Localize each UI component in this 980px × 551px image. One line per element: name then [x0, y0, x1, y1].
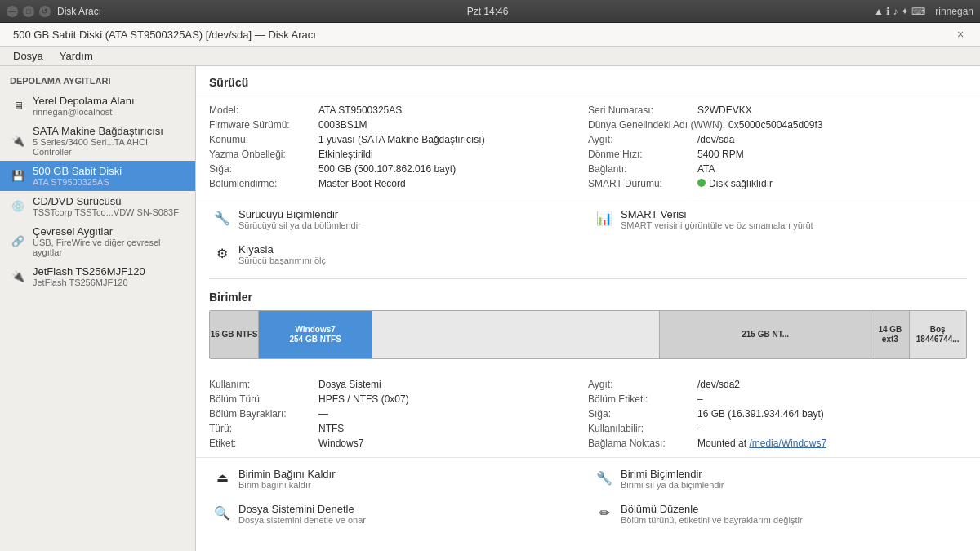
sidebar-icon-sata-disk: 💾 — [10, 168, 26, 184]
driver-right-value-1: 0x5000c5004a5d09f3 — [728, 119, 822, 131]
driver-action-title-smart-data: SMART Verisi — [621, 208, 813, 220]
partition-action-desc-unmount: Birim bağını kaldır — [238, 480, 336, 490]
titlebar: — □ ↺ Disk Aracı Pzt 14:46 ▲ ℹ ♪ ✦ ⌨ rin… — [0, 0, 980, 23]
menu-dosya[interactable]: Dosya — [7, 48, 50, 64]
driver-action-title-benchmark: Kıyasla — [238, 243, 326, 256]
sys-icons: ▲ ℹ ♪ ✦ ⌨ — [874, 6, 925, 17]
part-right-label-1: Bölüm Etiketi: — [588, 393, 694, 405]
partition-action-edit-partition[interactable]: ✏Bölümü DüzenleBölüm türünü, etiketini v… — [591, 500, 967, 528]
window-controls: — □ ↺ — [7, 6, 51, 17]
partition-segment-p4[interactable]: 215 GB NT... — [660, 311, 871, 358]
part-right-row-1: Bölüm Etiketi:– — [588, 393, 967, 405]
partition-action-check-filesystem[interactable]: 🔍Dosya Sistemini DenetleDosya sistemini … — [209, 500, 585, 528]
driver-right-label-3: Dönme Hızı: — [588, 149, 694, 160]
part-left-row-2: Bölüm Bayrakları:— — [209, 408, 588, 420]
titlebar-right: ▲ ℹ ♪ ✦ ⌨ rinnegan — [874, 6, 973, 17]
sidebar-label-local-storage: Yerel Depolama Alanı — [33, 95, 135, 107]
partition-action-title-check-filesystem: Dosya Sistemini Denetle — [238, 503, 366, 515]
part-left-label-4: Etiket: — [209, 438, 315, 449]
driver-left-label-5: Bölümlendirme: — [209, 178, 315, 189]
sidebar-label-sata-machine: SATA Makine Bağdaştırıcısı — [33, 125, 185, 137]
driver-right-value-3: 5400 RPM — [697, 149, 744, 160]
main-container: Depolama Aygıtları 🖥Yerel Depolama Alanı… — [0, 66, 980, 551]
driver-action-format-driver[interactable]: 🔧Sürücüyü BiçimlendirSürücüyü sil ya da … — [209, 205, 585, 233]
sidebar-label-cdrom: CD/DVD Sürücüsü — [33, 195, 179, 207]
driver-left-value-5: Master Boot Record — [318, 178, 406, 189]
window-title: 500 GB Sabit Diski (ATA ST9500325AS) [/d… — [13, 29, 316, 41]
part-right-value-4[interactable]: Mounted at /media/Windows7 — [697, 438, 826, 449]
window-close-btn[interactable]: × — [954, 28, 967, 41]
driver-right-row-3: Dönme Hızı:5400 RPM — [588, 149, 967, 160]
sidebar-label-periph: Çevresel Aygıtlar — [33, 225, 185, 238]
driver-right-value-5: Disk sağlıklıdır — [697, 178, 773, 189]
sidebar-sub-sata-disk: ATA ST9500325AS — [33, 177, 122, 187]
sidebar-item-sata-machine[interactable]: 🔌SATA Makine Bağdaştırıcısı5 Series/3400… — [0, 121, 195, 161]
driver-right-row-2: Aygıt:/dev/sda — [588, 134, 967, 145]
driver-right-label-4: Bağlantı: — [588, 163, 694, 175]
partition-segment-p5[interactable]: 14 GB ext3 — [871, 311, 909, 358]
partition-segment-p2[interactable]: Windows7 254 GB NTFS — [259, 311, 372, 358]
mount-point-link[interactable]: /media/Windows7 — [749, 438, 826, 449]
sidebar-sub-cdrom: TSSTcorp TSSTco...VDW SN-S083F — [33, 207, 179, 217]
driver-action-benchmark[interactable]: ⚙KıyaslaSürücü başarımını ölç — [209, 240, 585, 269]
sidebar-item-periph[interactable]: 🔗Çevresel AygıtlarUSB, FireWire ve diğer… — [0, 221, 195, 261]
window-maximize-btn[interactable]: □ — [23, 6, 34, 17]
partition-right-col: Aygıt:/dev/sda2Bölüm Etiketi:–Sığa:16 GB… — [588, 379, 967, 449]
partition-action-title-edit-partition: Bölümü Düzenle — [621, 503, 803, 515]
part-left-label-2: Bölüm Bayrakları: — [209, 408, 315, 420]
driver-action-icon-format-driver: 🔧 — [212, 208, 232, 228]
partition-action-unmount[interactable]: ⏏Birimin Bağını KaldırBirim bağını kaldı… — [209, 464, 585, 493]
window-refresh-btn[interactable]: ↺ — [39, 6, 51, 17]
partition-segment-p3[interactable] — [372, 311, 660, 358]
sidebar-icon-sata-machine: 🔌 — [10, 133, 26, 149]
driver-left-label-2: Konumu: — [209, 134, 315, 145]
driver-left-label-3: Yazma Önbelleği: — [209, 149, 315, 160]
part-right-label-3: Kullanılabilir: — [588, 423, 694, 434]
smart-status-dot — [697, 179, 706, 187]
sidebar-item-jetflash[interactable]: 🔌JetFlash TS256MJF120JetFlash TS256MJF12… — [0, 261, 195, 291]
sidebar-item-cdrom[interactable]: 💿CD/DVD SürücüsüTSSTcorp TSSTco...VDW SN… — [0, 191, 195, 221]
driver-right-row-0: Seri Numarası:S2WDEVKX — [588, 104, 967, 116]
driver-action-smart-data[interactable]: 📊SMART VerisiSMART verisini görüntüle ve… — [591, 205, 967, 233]
driver-action-icon-smart-data: 📊 — [595, 208, 614, 228]
part-left-row-0: Kullanım:Dosya Sistemi — [209, 379, 588, 390]
menu-yardim[interactable]: Yardım — [53, 48, 100, 64]
app-name: Disk Aracı — [57, 6, 101, 17]
part-left-row-1: Bölüm Türü:HPFS / NTFS (0x07) — [209, 393, 588, 405]
partition-action-icon-edit-partition: ✏ — [595, 503, 614, 522]
sidebar-item-sata-disk[interactable]: 💾500 GB Sabit DiskiATA ST9500325AS — [0, 161, 195, 191]
driver-left-label-0: Model: — [209, 104, 315, 116]
driver-left-row-5: Bölümlendirme:Master Boot Record — [209, 178, 588, 189]
driver-right-value-4: ATA — [697, 163, 715, 175]
driver-right-row-5: SMART Durumu:Disk sağlıklıdır — [588, 178, 967, 189]
sidebar-label-sata-disk: 500 GB Sabit Diski — [33, 165, 122, 177]
partition-segment-p6[interactable]: Boş 18446744... — [910, 311, 966, 358]
titlebar-left: — □ ↺ Disk Aracı — [7, 6, 101, 17]
driver-left-label-4: Sığa: — [209, 163, 315, 175]
driver-right-value-0: S2WDEVKX — [697, 104, 752, 116]
partition-action-format-partition[interactable]: 🔧Birimi BiçimlendirBirimi sil ya da biçi… — [591, 464, 967, 493]
partition-label-p4: 215 GB NT... — [742, 330, 789, 340]
driver-right-row-4: Bağlantı:ATA — [588, 163, 967, 175]
sidebar-sub-periph: USB, FireWire ve diğer çevresel aygıtlar — [33, 238, 185, 257]
part-right-label-0: Aygıt: — [588, 379, 694, 390]
part-right-label-4: Bağlama Noktası: — [588, 438, 694, 449]
part-right-value-1: – — [697, 393, 703, 405]
driver-action-icon-benchmark: ⚙ — [212, 243, 232, 263]
driver-action-desc-format-driver: Sürücüyü sil ya da bölümlendir — [238, 220, 361, 230]
part-right-row-0: Aygıt:/dev/sda2 — [588, 379, 967, 390]
driver-right-label-0: Seri Numarası: — [588, 104, 694, 116]
partition-action-icon-unmount: ⏏ — [212, 468, 232, 487]
part-left-row-3: Türü:NTFS — [209, 423, 588, 434]
partition-segment-p1[interactable]: 16 GB NTFS — [210, 311, 259, 358]
driver-left-row-3: Yazma Önbelleği:Etkinleştirildi — [209, 149, 588, 160]
sidebar-item-local-storage[interactable]: 🖥Yerel Depolama Alanırinnegan@localhost — [0, 91, 195, 121]
driver-section-title: Sürücü — [196, 66, 980, 96]
partition-action-desc-format-partition: Birimi sil ya da biçimlendir — [621, 480, 724, 490]
partition-action-icon-format-partition: 🔧 — [595, 468, 614, 487]
titlebar-user: rinnegan — [935, 6, 973, 17]
part-left-value-1: HPFS / NTFS (0x07) — [318, 393, 409, 405]
part-left-row-4: Etiket:Windows7 — [209, 438, 588, 449]
window-minimize-btn[interactable]: — — [7, 6, 18, 17]
partition-label-p5: 14 GB ext3 — [871, 325, 908, 344]
